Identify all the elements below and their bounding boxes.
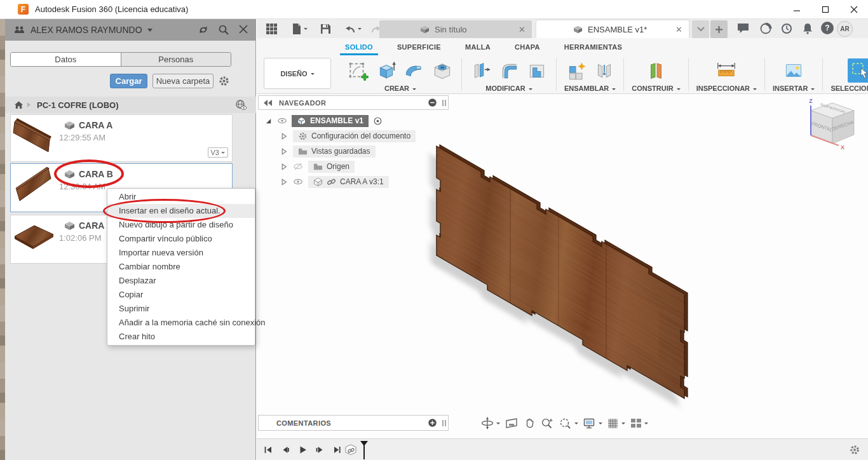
grid-settings-button[interactable] xyxy=(607,417,625,430)
group-label-seleccionar[interactable]: SELECCIONAR xyxy=(831,85,868,92)
home-icon[interactable] xyxy=(14,100,24,109)
group-label-insertar[interactable]: INSERTAR xyxy=(773,85,815,92)
ribbon-tab-malla[interactable]: MALLA xyxy=(464,39,492,55)
tree-root-row[interactable]: ENSAMBLE v1 xyxy=(264,114,383,127)
help-button[interactable]: ? xyxy=(821,22,834,34)
document-tab-sin-titulo[interactable]: Sin título ✕ xyxy=(379,20,532,38)
account-avatar[interactable]: AR xyxy=(837,21,853,37)
tab-datos[interactable]: Datos xyxy=(11,53,121,66)
menu-item-copiar[interactable]: Copiar xyxy=(107,288,255,302)
tree-row-saved-views[interactable]: Vistas guardadas xyxy=(280,145,376,158)
step-back-icon[interactable] xyxy=(280,445,290,455)
group-label-ensamblar[interactable]: ENSAMBLAR xyxy=(564,85,616,92)
close-tab-icon[interactable]: ✕ xyxy=(675,25,682,34)
view-cube[interactable]: SUPERIOR FRONTAL DERECHA Z X xyxy=(802,97,863,155)
collapsed-arrow-icon[interactable] xyxy=(280,132,288,140)
close-panel-icon[interactable] xyxy=(238,24,248,34)
visibility-eye-icon[interactable] xyxy=(293,177,303,187)
comments-feed-icon[interactable] xyxy=(736,22,750,34)
comments-panel-header[interactable]: COMENTARIOS xyxy=(258,415,449,431)
construct-plane-icon[interactable] xyxy=(644,59,667,82)
menu-item-compartir-vinculo[interactable]: Compartir vínculo público xyxy=(107,232,255,246)
collapse-panel-icon[interactable] xyxy=(264,100,273,106)
linked-component-feature-icon[interactable] xyxy=(344,440,360,459)
panel-grip[interactable] xyxy=(442,100,446,106)
undo-button[interactable] xyxy=(344,24,362,34)
close-tab-icon[interactable]: ✕ xyxy=(519,25,526,34)
zoom-button[interactable] xyxy=(540,417,554,430)
revolve-icon[interactable] xyxy=(403,59,426,82)
add-comment-icon[interactable] xyxy=(428,418,437,428)
activate-component-radio-icon[interactable] xyxy=(373,116,383,126)
fit-button[interactable] xyxy=(559,417,578,430)
sync-status-icon[interactable] xyxy=(759,22,773,36)
menu-item-anadir-cache[interactable]: Añadir a la memoria caché sin conexión xyxy=(107,316,255,330)
viewports-button[interactable] xyxy=(630,417,648,430)
ribbon-tab-superficie[interactable]: SUPERFICIE xyxy=(396,39,442,55)
design-workspace-dropdown[interactable]: DISEÑO xyxy=(264,58,331,89)
hole-icon[interactable] xyxy=(431,59,454,82)
search-icon[interactable] xyxy=(218,24,229,36)
team-name[interactable]: ALEX RAMOS RAYMUNDO xyxy=(31,25,142,35)
play-icon[interactable] xyxy=(297,445,308,455)
group-label-inspeccionar[interactable]: INSPECCIONAR xyxy=(696,85,757,92)
display-settings-button[interactable] xyxy=(583,417,602,430)
skip-to-start-icon[interactable] xyxy=(263,445,273,455)
press-pull-icon[interactable] xyxy=(470,59,492,82)
collapsed-arrow-icon[interactable] xyxy=(280,178,288,186)
step-forward-icon[interactable] xyxy=(315,445,325,455)
upload-button[interactable]: Cargar xyxy=(110,74,147,88)
look-at-button[interactable] xyxy=(505,417,519,430)
joint-icon[interactable] xyxy=(593,59,616,82)
menu-item-cambiar-nombre[interactable]: Cambiar nombre xyxy=(107,260,255,274)
extrude-icon[interactable] xyxy=(375,59,398,82)
minimize-button[interactable] xyxy=(782,0,811,18)
refresh-icon[interactable] xyxy=(198,24,209,36)
save-icon[interactable] xyxy=(320,24,331,34)
root-node-ensamble[interactable]: ENSAMBLE v1 xyxy=(292,115,369,127)
menu-item-crear-hito[interactable]: Crear hito xyxy=(107,330,255,344)
visibility-eye-icon[interactable] xyxy=(277,116,287,126)
visibility-off-eye-icon[interactable] xyxy=(293,161,303,172)
menu-item-insertar-en-diseno[interactable]: Insertar en el diseño actual. xyxy=(107,204,255,218)
document-tab-ensamble[interactable]: ENSAMBLE v1* ✕ xyxy=(536,20,689,38)
timeline-playhead[interactable] xyxy=(360,440,370,460)
timeline-feature-marker[interactable] xyxy=(344,440,370,460)
viewport-canvas[interactable]: NAVEGADOR ENSAMBLE v1 Configuración del … xyxy=(257,94,868,438)
file-menu-button[interactable] xyxy=(292,23,308,35)
menu-item-abrir[interactable]: Abrir xyxy=(107,190,255,204)
orbit-button[interactable] xyxy=(480,416,500,430)
item-card-cara-a[interactable]: CARA A 12:29:55 AM V3 xyxy=(10,114,233,162)
ribbon-tab-herramientas[interactable]: HERRAMIENTAS xyxy=(563,39,623,55)
ribbon-tab-chapa[interactable]: CHAPA xyxy=(513,39,541,55)
data-panel-settings-gear-icon[interactable] xyxy=(218,75,230,87)
tree-row-doc-settings[interactable]: Configuración del documento xyxy=(280,130,416,142)
new-component-icon[interactable] xyxy=(565,59,588,82)
group-label-crear[interactable]: CREAR xyxy=(384,85,416,92)
shell-icon[interactable] xyxy=(526,59,548,82)
timeline-settings-gear-icon[interactable] xyxy=(849,444,860,456)
group-label-construir[interactable]: CONSTRUIR xyxy=(632,85,680,92)
measure-icon[interactable] xyxy=(715,59,738,82)
collapsed-arrow-icon[interactable] xyxy=(280,163,288,171)
menu-item-importar-version[interactable]: Importar nueva versión xyxy=(107,246,255,260)
create-sketch-icon[interactable] xyxy=(347,59,370,82)
open-on-web-icon[interactable] xyxy=(234,99,247,111)
collapse-tree-icon[interactable] xyxy=(428,98,437,107)
select-tool-button[interactable] xyxy=(848,58,868,83)
menu-item-suprimir[interactable]: Suprimir xyxy=(107,302,255,316)
menu-item-nuevo-dibujo[interactable]: Nuevo dibujo a partir de diseño xyxy=(107,218,255,232)
new-document-button[interactable] xyxy=(710,20,728,38)
app-grid-icon[interactable] xyxy=(266,23,278,35)
navigator-panel-header[interactable]: NAVEGADOR xyxy=(258,95,449,110)
version-dropdown[interactable]: V3 xyxy=(208,147,228,158)
breadcrumb-project[interactable]: PC-1 COFRE (LOBO) xyxy=(37,100,119,110)
panel-grip[interactable] xyxy=(442,420,446,426)
insert-image-icon[interactable] xyxy=(782,59,805,82)
tab-personas[interactable]: Personas xyxy=(121,53,231,66)
new-folder-button[interactable]: Nueva carpeta xyxy=(153,74,214,88)
maximize-button[interactable] xyxy=(811,0,839,18)
skip-to-end-icon[interactable] xyxy=(332,445,342,455)
ribbon-tab-solido[interactable]: SOLIDO xyxy=(344,39,374,55)
expanded-arrow-icon[interactable] xyxy=(264,117,273,125)
